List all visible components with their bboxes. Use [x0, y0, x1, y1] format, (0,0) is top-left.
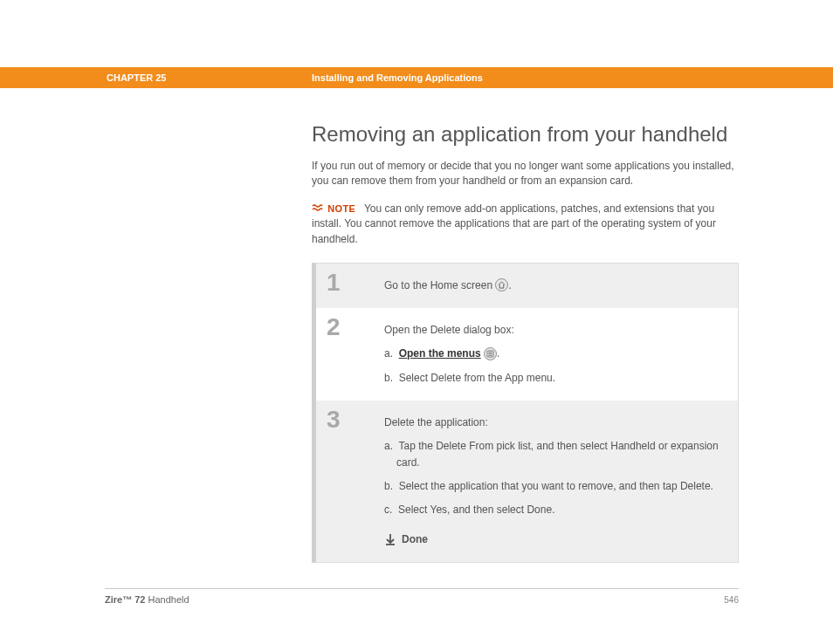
step-body: Go to the Home screen . — [384, 264, 738, 308]
sub-step: b. Select the application that you want … — [384, 478, 726, 495]
main-content: Removing an application from your handhe… — [312, 122, 739, 563]
step-row: 1 Go to the Home screen . — [316, 264, 738, 308]
step-number: 1 — [316, 264, 384, 308]
sub-prefix: b. — [384, 480, 393, 492]
chapter-header: CHAPTER 25 Installing and Removing Appli… — [0, 67, 833, 88]
page-title: Removing an application from your handhe… — [312, 122, 739, 147]
sub-text: Select Yes, and then select Done. — [398, 504, 554, 516]
footer-brand: Zire™ 72 — [105, 594, 145, 605]
step-text: Delete the application: — [384, 414, 726, 431]
step-number: 2 — [316, 308, 384, 401]
home-icon — [495, 278, 508, 291]
sub-text: Tap the Delete From pick list, and then … — [396, 440, 719, 469]
sub-text: Select Delete from the App menu. — [399, 372, 555, 384]
sub-text: Select the application that you want to … — [399, 480, 713, 492]
sub-prefix: c. — [384, 504, 392, 516]
sub-step: a. Open the menus . — [384, 346, 726, 362]
footer-product-name: Handheld — [145, 594, 189, 605]
done-indicator: Done — [384, 531, 726, 548]
step-text-after: . — [508, 279, 511, 291]
page-footer: Zire™ 72 Handheld 546 — [105, 588, 739, 605]
sub-step: c. Select Yes, and then select Done. — [384, 502, 726, 518]
sub-after: . — [497, 347, 499, 360]
sub-step: a. Tap the Delete From pick list, and th… — [384, 438, 726, 471]
sub-prefix: a. — [384, 347, 393, 360]
steps-table: 1 Go to the Home screen . 2 Open the Del… — [312, 263, 739, 563]
sub-prefix: b. — [384, 372, 393, 384]
step-text: Open the Delete dialog box: — [384, 322, 726, 339]
chapter-title: Installing and Removing Applications — [312, 72, 483, 83]
step-body: Delete the application: a. Tap the Delet… — [384, 401, 738, 562]
sub-step: b. Select Delete from the App menu. — [384, 370, 726, 387]
footer-product: Zire™ 72 Handheld — [105, 594, 189, 605]
step-row: 2 Open the Delete dialog box: a. Open th… — [316, 308, 738, 401]
step-text: Go to the Home screen — [384, 279, 492, 291]
step-row: 3 Delete the application: a. Tap the Del… — [316, 401, 738, 562]
step-number: 3 — [316, 401, 384, 562]
note-label: NOTE — [327, 203, 355, 214]
note-text: You can only remove add-on applications,… — [312, 202, 716, 245]
done-label: Done — [402, 531, 428, 548]
done-icon — [384, 533, 396, 545]
menu-icon — [484, 347, 497, 360]
step-body: Open the Delete dialog box: a. Open the … — [384, 308, 738, 401]
intro-paragraph: If you run out of memory or decide that … — [312, 159, 739, 189]
note-block: NOTE You can only remove add-on applicat… — [312, 202, 739, 247]
page-number: 546 — [724, 595, 739, 605]
note-icon — [312, 203, 323, 215]
sub-prefix: a. — [384, 440, 393, 452]
open-menus-link[interactable]: Open the menus — [399, 347, 481, 360]
chapter-number: CHAPTER 25 — [107, 72, 312, 83]
